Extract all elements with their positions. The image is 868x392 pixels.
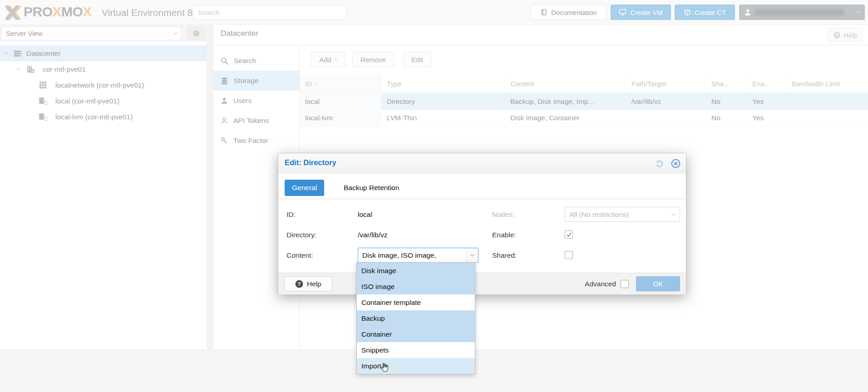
svg-text:?: ? <box>298 281 301 287</box>
content-dropdown-list: Disk image ISO image Container template … <box>356 262 475 374</box>
dropdown-option-disk-image[interactable]: Disk image <box>357 263 475 279</box>
ok-button[interactable]: OK <box>636 276 680 291</box>
dropdown-option-backup[interactable]: Backup <box>357 310 475 326</box>
close-button[interactable] <box>671 158 681 168</box>
advanced-checkbox[interactable] <box>621 280 629 288</box>
id-label: ID: <box>286 207 296 222</box>
tab-backup-retention[interactable]: Backup Retention <box>336 180 406 196</box>
dialog-title: Edit: Directory <box>285 158 336 167</box>
advanced-label: Advanced <box>585 273 616 295</box>
content-combobox[interactable]: Disk image, ISO image, <box>358 248 478 263</box>
enable-checkbox[interactable] <box>565 230 573 239</box>
dialog-header[interactable]: Edit: Directory <box>278 153 686 173</box>
combo-trigger <box>667 207 680 221</box>
chevron-down-icon <box>470 252 474 256</box>
directory-value: /var/lib/vz <box>358 227 387 242</box>
content-label: Content: <box>286 248 313 263</box>
dropdown-option-import[interactable]: Import <box>357 358 475 374</box>
dropdown-option-iso-image[interactable]: ISO image <box>357 279 475 294</box>
tab-general[interactable]: General <box>285 180 324 196</box>
check-icon <box>566 232 572 238</box>
nodes-label: Nodes: <box>492 207 514 222</box>
close-icon <box>671 159 681 168</box>
dropdown-option-container-template[interactable]: Container template <box>357 294 475 310</box>
shared-label: Shared: <box>492 248 517 263</box>
dropdown-option-container[interactable]: Container <box>357 326 475 342</box>
divider <box>278 199 686 199</box>
nodes-combobox: All (No restrictions) <box>565 207 680 222</box>
edit-directory-dialog: Edit: Directory General Backup Retention… <box>278 153 686 294</box>
dialog-footer: ? Help Advanced OK <box>278 273 686 294</box>
shared-checkbox[interactable] <box>565 251 573 259</box>
dropdown-option-snippets[interactable]: Snippets <box>357 342 475 358</box>
enable-label: Enable: <box>492 227 516 242</box>
help-button-dialog[interactable]: ? Help <box>284 276 332 291</box>
question-circle-icon: ? <box>295 280 303 288</box>
reset-button[interactable] <box>654 158 664 168</box>
chevron-down-icon <box>671 211 675 215</box>
undo-icon <box>655 159 664 168</box>
proxmox-app: PROXMOX Virtual Environment 8.4.0 Docume… <box>0 0 868 392</box>
combo-trigger[interactable] <box>466 248 478 262</box>
directory-label: Directory: <box>286 227 316 242</box>
id-value: local <box>358 207 372 222</box>
